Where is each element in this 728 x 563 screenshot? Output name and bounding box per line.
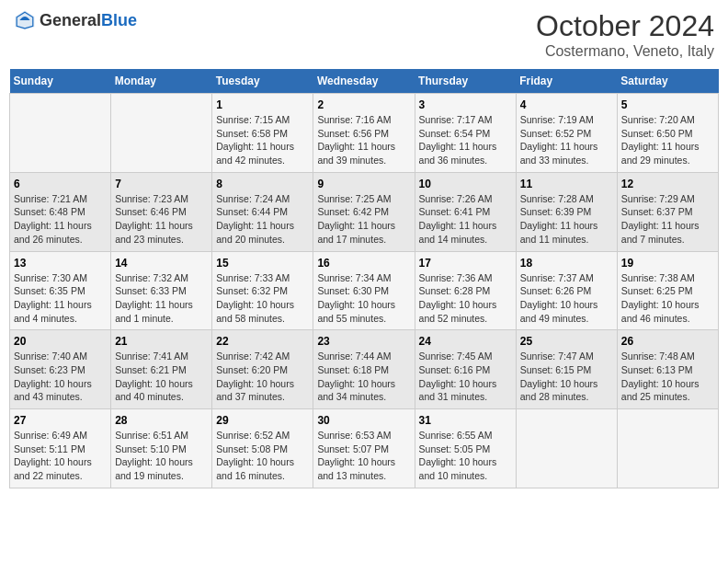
day-number: 4 bbox=[520, 98, 613, 111]
day-number: 30 bbox=[317, 414, 410, 427]
calendar-cell bbox=[617, 409, 718, 488]
day-number: 19 bbox=[621, 257, 714, 270]
day-number: 24 bbox=[419, 335, 512, 348]
cell-info: Sunrise: 7:34 AMSunset: 6:30 PMDaylight:… bbox=[317, 271, 410, 326]
calendar-table: Sunday Monday Tuesday Wednesday Thursday… bbox=[9, 69, 719, 488]
day-number: 14 bbox=[115, 257, 208, 270]
calendar-cell: 17Sunrise: 7:36 AMSunset: 6:28 PMDayligh… bbox=[415, 251, 516, 330]
col-friday: Friday bbox=[516, 69, 617, 94]
cell-info: Sunrise: 7:20 AMSunset: 6:50 PMDaylight:… bbox=[621, 113, 714, 167]
logo-icon bbox=[14, 9, 36, 31]
calendar-cell: 5Sunrise: 7:20 AMSunset: 6:50 PMDaylight… bbox=[617, 94, 718, 173]
cell-info: Sunrise: 7:48 AMSunset: 6:13 PMDaylight:… bbox=[621, 350, 714, 404]
cell-info: Sunrise: 7:23 AMSunset: 6:46 PMDaylight:… bbox=[115, 192, 208, 247]
cell-info: Sunrise: 7:44 AMSunset: 6:18 PMDaylight:… bbox=[317, 350, 410, 404]
page-header: GeneralBlue October 2024 Costermano, Ven… bbox=[9, 9, 719, 60]
calendar-cell: 1Sunrise: 7:15 AMSunset: 6:58 PMDaylight… bbox=[212, 94, 313, 173]
calendar-cell: 25Sunrise: 7:47 AMSunset: 6:15 PMDayligh… bbox=[516, 330, 617, 409]
day-number: 8 bbox=[216, 178, 309, 190]
day-number: 1 bbox=[216, 98, 309, 111]
day-number: 20 bbox=[14, 335, 107, 348]
cell-info: Sunrise: 7:29 AMSunset: 6:37 PMDaylight:… bbox=[621, 192, 714, 247]
header-row: Sunday Monday Tuesday Wednesday Thursday… bbox=[10, 69, 719, 94]
month-title: October 2024 bbox=[536, 9, 714, 43]
day-number: 15 bbox=[216, 257, 309, 270]
cell-info: Sunrise: 7:19 AMSunset: 6:52 PMDaylight:… bbox=[520, 113, 613, 167]
logo-general: General bbox=[40, 11, 101, 29]
col-sunday: Sunday bbox=[10, 69, 111, 94]
calendar-cell bbox=[516, 409, 617, 488]
cell-info: Sunrise: 7:21 AMSunset: 6:48 PMDaylight:… bbox=[14, 192, 107, 247]
calendar-cell: 28Sunrise: 6:51 AMSunset: 5:10 PMDayligh… bbox=[111, 409, 212, 488]
calendar-cell: 6Sunrise: 7:21 AMSunset: 6:48 PMDaylight… bbox=[10, 172, 111, 251]
calendar-cell: 15Sunrise: 7:33 AMSunset: 6:32 PMDayligh… bbox=[212, 251, 313, 330]
day-number: 29 bbox=[216, 414, 309, 427]
cell-info: Sunrise: 7:41 AMSunset: 6:21 PMDaylight:… bbox=[115, 350, 208, 404]
calendar-week-4: 20Sunrise: 7:40 AMSunset: 6:23 PMDayligh… bbox=[10, 330, 719, 409]
calendar-cell: 11Sunrise: 7:28 AMSunset: 6:39 PMDayligh… bbox=[516, 172, 617, 251]
day-number: 10 bbox=[419, 178, 512, 190]
cell-info: Sunrise: 7:32 AMSunset: 6:33 PMDaylight:… bbox=[115, 271, 208, 326]
cell-info: Sunrise: 6:52 AMSunset: 5:08 PMDaylight:… bbox=[216, 429, 309, 483]
day-number: 9 bbox=[317, 178, 410, 190]
cell-info: Sunrise: 7:45 AMSunset: 6:16 PMDaylight:… bbox=[419, 350, 512, 404]
cell-info: Sunrise: 7:28 AMSunset: 6:39 PMDaylight:… bbox=[520, 192, 613, 247]
calendar-cell: 4Sunrise: 7:19 AMSunset: 6:52 PMDaylight… bbox=[516, 94, 617, 173]
cell-info: Sunrise: 6:55 AMSunset: 5:05 PMDaylight:… bbox=[419, 429, 512, 483]
day-number: 2 bbox=[317, 98, 410, 111]
day-number: 7 bbox=[115, 178, 208, 190]
calendar-cell: 9Sunrise: 7:25 AMSunset: 6:42 PMDaylight… bbox=[313, 172, 415, 251]
day-number: 11 bbox=[520, 178, 613, 190]
cell-info: Sunrise: 7:47 AMSunset: 6:15 PMDaylight:… bbox=[520, 350, 613, 404]
calendar-cell: 16Sunrise: 7:34 AMSunset: 6:30 PMDayligh… bbox=[313, 251, 415, 330]
cell-info: Sunrise: 7:17 AMSunset: 6:54 PMDaylight:… bbox=[419, 113, 512, 167]
calendar-cell: 31Sunrise: 6:55 AMSunset: 5:05 PMDayligh… bbox=[415, 409, 516, 488]
day-number: 23 bbox=[317, 335, 410, 348]
day-number: 6 bbox=[14, 178, 107, 190]
calendar-week-5: 27Sunrise: 6:49 AMSunset: 5:11 PMDayligh… bbox=[10, 409, 719, 488]
cell-info: Sunrise: 7:33 AMSunset: 6:32 PMDaylight:… bbox=[216, 271, 309, 326]
day-number: 5 bbox=[621, 98, 714, 111]
logo-blue: Blue bbox=[101, 11, 137, 29]
cell-info: Sunrise: 7:25 AMSunset: 6:42 PMDaylight:… bbox=[317, 192, 410, 247]
day-number: 28 bbox=[115, 414, 208, 427]
col-wednesday: Wednesday bbox=[313, 69, 415, 94]
cell-info: Sunrise: 7:16 AMSunset: 6:56 PMDaylight:… bbox=[317, 113, 410, 167]
day-number: 27 bbox=[14, 414, 107, 427]
calendar-cell: 29Sunrise: 6:52 AMSunset: 5:08 PMDayligh… bbox=[212, 409, 313, 488]
calendar-week-1: 1Sunrise: 7:15 AMSunset: 6:58 PMDaylight… bbox=[10, 94, 719, 173]
calendar-cell: 14Sunrise: 7:32 AMSunset: 6:33 PMDayligh… bbox=[111, 251, 212, 330]
cell-info: Sunrise: 7:15 AMSunset: 6:58 PMDaylight:… bbox=[216, 113, 309, 167]
day-number: 31 bbox=[419, 414, 512, 427]
day-number: 21 bbox=[115, 335, 208, 348]
day-number: 3 bbox=[419, 98, 512, 111]
calendar-cell: 13Sunrise: 7:30 AMSunset: 6:35 PMDayligh… bbox=[10, 251, 111, 330]
col-saturday: Saturday bbox=[617, 69, 718, 94]
cell-info: Sunrise: 7:40 AMSunset: 6:23 PMDaylight:… bbox=[14, 350, 107, 404]
cell-info: Sunrise: 7:37 AMSunset: 6:26 PMDaylight:… bbox=[520, 271, 613, 326]
cell-info: Sunrise: 6:53 AMSunset: 5:07 PMDaylight:… bbox=[317, 429, 410, 483]
cell-info: Sunrise: 6:49 AMSunset: 5:11 PMDaylight:… bbox=[14, 429, 107, 483]
logo-text: GeneralBlue bbox=[40, 11, 137, 30]
day-number: 26 bbox=[621, 335, 714, 348]
calendar-cell: 10Sunrise: 7:26 AMSunset: 6:41 PMDayligh… bbox=[415, 172, 516, 251]
calendar-cell: 7Sunrise: 7:23 AMSunset: 6:46 PMDaylight… bbox=[111, 172, 212, 251]
calendar-cell: 27Sunrise: 6:49 AMSunset: 5:11 PMDayligh… bbox=[10, 409, 111, 488]
day-number: 18 bbox=[520, 257, 613, 270]
cell-info: Sunrise: 6:51 AMSunset: 5:10 PMDaylight:… bbox=[115, 429, 208, 483]
calendar-cell: 24Sunrise: 7:45 AMSunset: 6:16 PMDayligh… bbox=[415, 330, 516, 409]
day-number: 17 bbox=[419, 257, 512, 270]
calendar-cell: 8Sunrise: 7:24 AMSunset: 6:44 PMDaylight… bbox=[212, 172, 313, 251]
calendar-cell: 19Sunrise: 7:38 AMSunset: 6:25 PMDayligh… bbox=[617, 251, 718, 330]
calendar-cell: 18Sunrise: 7:37 AMSunset: 6:26 PMDayligh… bbox=[516, 251, 617, 330]
calendar-week-3: 13Sunrise: 7:30 AMSunset: 6:35 PMDayligh… bbox=[10, 251, 719, 330]
calendar-cell: 30Sunrise: 6:53 AMSunset: 5:07 PMDayligh… bbox=[313, 409, 415, 488]
cell-info: Sunrise: 7:24 AMSunset: 6:44 PMDaylight:… bbox=[216, 192, 309, 247]
calendar-cell: 23Sunrise: 7:44 AMSunset: 6:18 PMDayligh… bbox=[313, 330, 415, 409]
cell-info: Sunrise: 7:42 AMSunset: 6:20 PMDaylight:… bbox=[216, 350, 309, 404]
title-block: October 2024 Costermano, Veneto, Italy bbox=[536, 9, 714, 60]
calendar-cell: 2Sunrise: 7:16 AMSunset: 6:56 PMDaylight… bbox=[313, 94, 415, 173]
cell-info: Sunrise: 7:36 AMSunset: 6:28 PMDaylight:… bbox=[419, 271, 512, 326]
calendar-header: Sunday Monday Tuesday Wednesday Thursday… bbox=[10, 69, 719, 94]
calendar-week-2: 6Sunrise: 7:21 AMSunset: 6:48 PMDaylight… bbox=[10, 172, 719, 251]
